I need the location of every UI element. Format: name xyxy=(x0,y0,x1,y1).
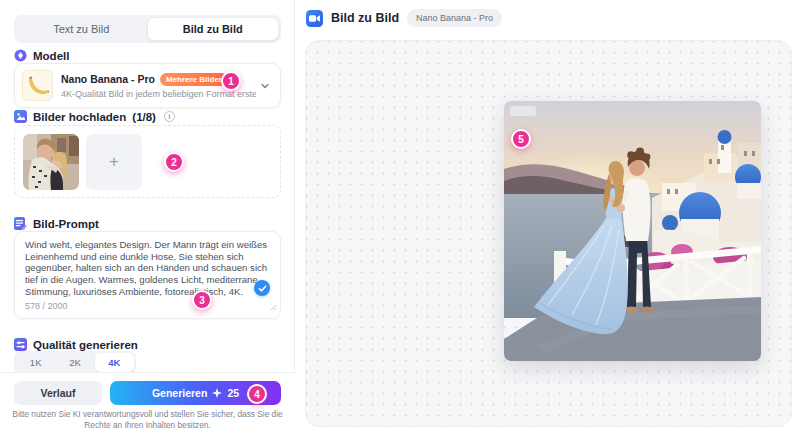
step-badge-1: 1 xyxy=(221,71,241,91)
result-panel: Bild zu Bild Nano Banana - Pro xyxy=(296,0,800,435)
prompt-input[interactable]: Wind weht, elegantes Design. Der Mann tr… xyxy=(25,239,272,297)
result-header: Bild zu Bild Nano Banana - Pro xyxy=(306,9,502,27)
quality-section-title: Qualität generieren xyxy=(33,339,138,351)
model-section-header: Modell xyxy=(14,49,69,62)
info-icon[interactable]: i xyxy=(164,111,175,122)
model-tag-pill: Nano Banana - Pro xyxy=(407,9,502,27)
app-window: Text zu Bild Bild zu Bild Modell Nano Ba… xyxy=(0,0,800,435)
model-select[interactable]: Nano Banana - Pro Mehrere Bilder 4K-Qual… xyxy=(14,63,281,108)
quality-section-header: Qualität generieren xyxy=(14,338,138,351)
model-name: Nano Banana - Pro xyxy=(61,73,155,85)
mode-tabs: Text zu Bild Bild zu Bild xyxy=(14,15,281,43)
quality-option-1k[interactable]: 1K xyxy=(16,353,55,372)
prompt-box: Wind weht, elegantes Design. Der Mann tr… xyxy=(14,231,281,319)
prompt-icon xyxy=(14,217,27,230)
quality-option-2k[interactable]: 2K xyxy=(55,353,94,372)
upload-dropzone[interactable]: + xyxy=(14,125,281,198)
model-section-title: Modell xyxy=(33,50,69,62)
model-feature-badge: Mehrere Bilder xyxy=(160,73,228,86)
banana-icon xyxy=(22,70,53,101)
image-to-image-icon xyxy=(306,10,323,27)
chevron-down-icon xyxy=(260,81,270,91)
action-footer: Verlauf Generieren 25 Bitte nutzen Sie K… xyxy=(0,372,295,435)
model-icon xyxy=(14,49,27,62)
add-image-button[interactable]: + xyxy=(86,134,142,190)
generation-canvas xyxy=(305,40,792,427)
resize-handle[interactable] xyxy=(270,297,277,315)
tab-text-zu-bild[interactable]: Text zu Bild xyxy=(16,17,147,41)
quality-selector: 1K 2K 4K xyxy=(14,351,136,374)
uploaded-image-thumbnail[interactable] xyxy=(23,134,79,190)
upload-section-header: Bilder hochladen (1/8) i xyxy=(14,110,175,123)
step-badge-2: 2 xyxy=(164,152,184,172)
upload-images-icon xyxy=(14,110,27,123)
generated-image[interactable] xyxy=(504,101,761,361)
step-badge-3: 3 xyxy=(192,290,212,310)
quality-option-4k[interactable]: 4K xyxy=(95,353,134,372)
step-badge-4: 4 xyxy=(247,384,267,404)
santorini-couple-scene xyxy=(504,101,761,361)
upload-section-title: Bilder hochladen xyxy=(33,111,126,123)
generate-label: Generieren xyxy=(152,387,207,399)
tab-bild-zu-bild[interactable]: Bild zu Bild xyxy=(147,17,280,41)
prompt-section-title: Bild-Prompt xyxy=(33,218,99,230)
plus-icon: + xyxy=(109,152,119,172)
disclaimer-text: Bitte nutzen Sie KI verantwortungsvoll u… xyxy=(10,409,285,430)
quality-icon xyxy=(14,338,27,351)
prompt-section-header: Bild-Prompt xyxy=(14,217,99,230)
step-badge-5: 5 xyxy=(511,129,531,149)
upload-count: (1/8) xyxy=(132,111,156,123)
prompt-check-icon[interactable] xyxy=(254,280,270,296)
sparkle-icon xyxy=(212,388,222,398)
history-button[interactable]: Verlauf xyxy=(14,381,102,405)
character-counter: 578 / 2000 xyxy=(25,301,68,311)
generate-cost: 25 xyxy=(227,387,239,399)
result-title: Bild zu Bild xyxy=(331,11,399,25)
settings-sidebar: Text zu Bild Bild zu Bild Modell Nano Ba… xyxy=(0,0,295,435)
